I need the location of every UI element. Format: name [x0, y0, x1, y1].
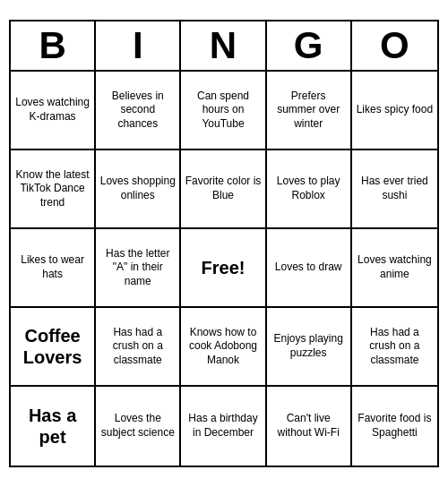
- bingo-cell-19: Has had a crush on a classmate: [352, 308, 437, 387]
- bingo-cell-15: Coffee Lovers: [11, 308, 96, 387]
- bingo-cell-4: Likes spicy food: [352, 72, 437, 150]
- bingo-cell-7: Favorite color is Blue: [181, 150, 266, 229]
- bingo-header: BINGO: [11, 21, 437, 72]
- bingo-cell-20: Has a pet: [11, 387, 96, 466]
- bingo-cell-3: Prefers summer over winter: [267, 72, 352, 150]
- bingo-cell-10: Likes to wear hats: [11, 229, 96, 308]
- bingo-cell-22: Has a birthday in December: [181, 387, 266, 466]
- bingo-letter-i: I: [96, 21, 181, 70]
- bingo-cell-1: Believes in second chances: [96, 72, 181, 150]
- bingo-cell-0: Loves watching K-dramas: [11, 72, 96, 150]
- bingo-letter-b: B: [11, 21, 96, 70]
- bingo-card: BINGO Loves watching K-dramasBelieves in…: [9, 20, 439, 467]
- bingo-grid: Loves watching K-dramasBelieves in secon…: [11, 72, 437, 466]
- bingo-cell-17: Knows how to cook Adobong Manok: [181, 308, 266, 387]
- bingo-cell-18: Enjoys playing puzzles: [267, 308, 352, 387]
- bingo-cell-14: Loves watching anime: [352, 229, 437, 308]
- bingo-cell-5: Know the latest TikTok Dance trend: [11, 150, 96, 229]
- bingo-cell-21: Loves the subject science: [96, 387, 181, 466]
- bingo-cell-2: Can spend hours on YouTube: [181, 72, 266, 150]
- bingo-cell-8: Loves to play Roblox: [267, 150, 352, 229]
- bingo-letter-g: G: [267, 21, 352, 70]
- bingo-cell-13: Loves to draw: [267, 229, 352, 308]
- bingo-cell-24: Favorite food is Spaghetti: [352, 387, 437, 466]
- bingo-cell-16: Has had a crush on a classmate: [96, 308, 181, 387]
- bingo-letter-n: N: [181, 21, 266, 70]
- bingo-letter-o: O: [352, 21, 437, 70]
- bingo-cell-6: Loves shopping onlines: [96, 150, 181, 229]
- bingo-cell-11: Has the letter "A" in their name: [96, 229, 181, 308]
- bingo-cell-23: Can't live without Wi-Fi: [267, 387, 352, 466]
- free-space: Free!: [181, 229, 266, 308]
- bingo-cell-9: Has ever tried sushi: [352, 150, 437, 229]
